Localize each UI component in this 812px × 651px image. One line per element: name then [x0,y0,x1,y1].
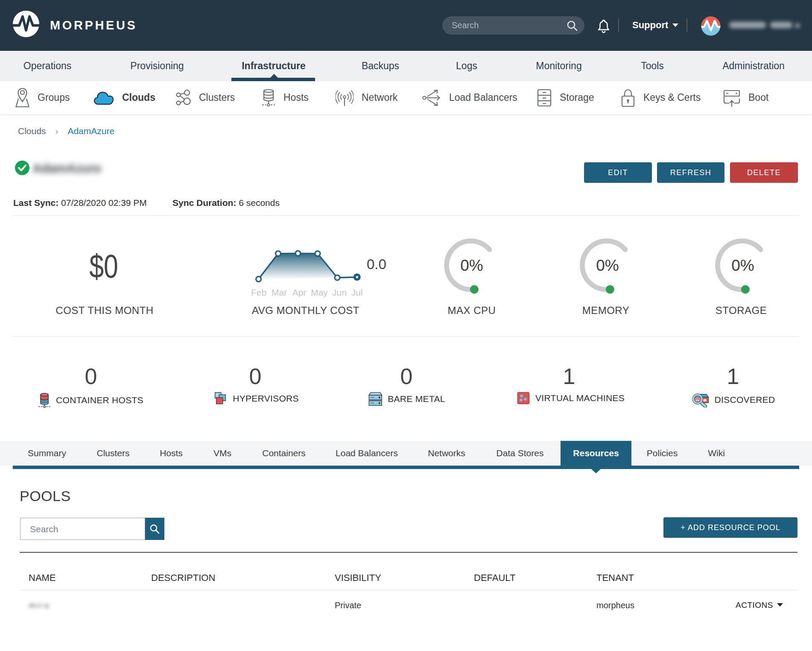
svg-text:Apr: Apr [292,287,307,297]
svg-text:Mar: Mar [272,287,287,297]
svg-text:Feb: Feb [251,287,266,297]
svg-text:Jul: Jul [351,287,363,297]
svg-text:Jun: Jun [332,287,347,297]
svg-text:May: May [311,287,328,297]
